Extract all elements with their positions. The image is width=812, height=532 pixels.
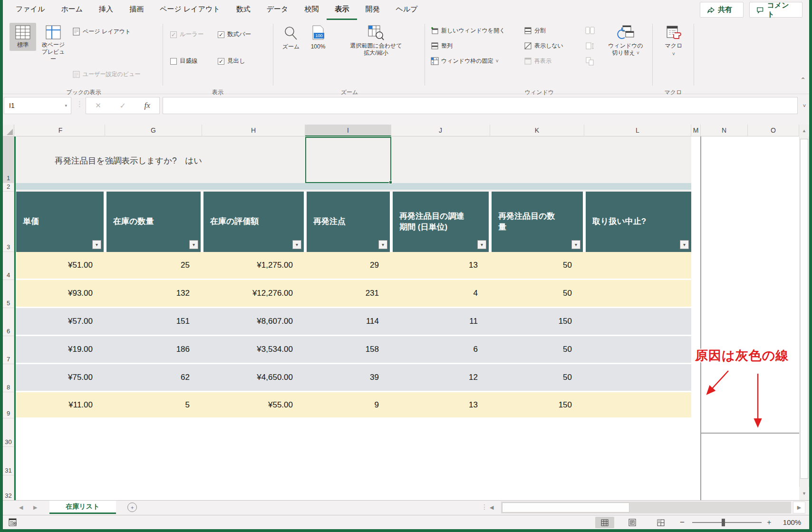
cell-F5[interactable]: ¥93.00 xyxy=(16,280,93,307)
cell-J9[interactable]: 13 xyxy=(391,392,478,417)
cell-K7[interactable]: 50 xyxy=(490,336,572,363)
filter-button-lead-time[interactable]: ▾ xyxy=(477,240,486,249)
column-header-J[interactable]: J xyxy=(391,125,490,136)
cell-G7[interactable]: 186 xyxy=(105,336,190,363)
cell-G6[interactable]: 151 xyxy=(105,308,190,335)
horizontal-scrollbar-thumb[interactable] xyxy=(502,503,629,513)
filter-button-reorder-level[interactable]: ▾ xyxy=(378,240,387,249)
column-header-L[interactable]: L xyxy=(584,125,691,136)
freeze-panes-button[interactable]: ウィンドウ枠の固定 ˅ xyxy=(431,57,499,65)
cell-K4[interactable]: 50 xyxy=(490,252,572,279)
table-header-inventory-value[interactable]: 在庫の評価額 xyxy=(203,192,304,252)
sheet-nav-right-icon[interactable]: ▶ xyxy=(33,504,37,511)
reset-window-position-icon[interactable] xyxy=(585,56,595,67)
hscroll-right-button[interactable]: ▶ xyxy=(793,502,805,513)
headings-checkbox[interactable]: ✓ 見出し xyxy=(218,57,245,65)
formula-bar-expand-icon[interactable]: ˅ xyxy=(800,100,809,111)
cell-I9[interactable]: 9 xyxy=(305,392,379,417)
page-break-preview-button[interactable]: 改ページ プレビュー xyxy=(38,23,68,65)
cell-F6[interactable]: ¥57.00 xyxy=(16,308,93,335)
fill-handle[interactable] xyxy=(389,181,392,184)
cell-G8[interactable]: 62 xyxy=(105,364,190,391)
cell-J6[interactable]: 11 xyxy=(391,308,478,335)
name-box[interactable]: I1 ▾ xyxy=(4,97,71,114)
scroll-up-button[interactable]: ▲ xyxy=(799,125,809,136)
tab-insert[interactable]: 挿入 xyxy=(91,0,121,20)
tab-view[interactable]: 表示 xyxy=(327,0,357,20)
sheet-tab-inventory-list[interactable]: 在庫リスト xyxy=(49,501,116,514)
filter-button-reorder-qty[interactable]: ▾ xyxy=(571,240,580,249)
zoom-button[interactable]: ズーム xyxy=(279,23,303,53)
column-header-F[interactable]: F xyxy=(16,125,105,136)
column-header-K[interactable]: K xyxy=(490,125,584,136)
row-header-1[interactable]: 1 xyxy=(3,136,14,183)
cell-K8[interactable]: 50 xyxy=(490,364,572,391)
tab-page-layout[interactable]: ページ レイアウト xyxy=(152,0,228,20)
tab-review[interactable]: 校閲 xyxy=(296,0,327,20)
cell-I4[interactable]: 29 xyxy=(305,252,379,279)
row-header-9[interactable]: 9 xyxy=(3,392,14,418)
cell-H7[interactable]: ¥3,534.00 xyxy=(202,336,293,363)
arrange-all-button[interactable]: 整列 xyxy=(431,42,453,50)
ruler-checkbox[interactable]: ✓ ルーラー xyxy=(170,30,204,39)
view-page-break-button[interactable] xyxy=(651,517,670,528)
cell-F9[interactable]: ¥11.00 xyxy=(16,392,93,417)
formula-input[interactable] xyxy=(163,97,798,114)
row-header-31[interactable]: 31 xyxy=(3,447,14,475)
cell-G5[interactable]: 132 xyxy=(105,280,190,307)
tab-draw[interactable]: 描画 xyxy=(121,0,152,20)
tab-data[interactable]: データ xyxy=(259,0,297,20)
column-header-I[interactable]: I xyxy=(305,125,391,136)
normal-view-button[interactable]: 標準 xyxy=(10,23,36,51)
cell-K5[interactable]: 50 xyxy=(490,280,572,307)
view-page-layout-button[interactable] xyxy=(623,517,642,528)
zoom-level-button[interactable]: 100% xyxy=(778,518,806,526)
tab-developer[interactable]: 開発 xyxy=(357,0,387,20)
cell-H9[interactable]: ¥55.00 xyxy=(202,392,293,417)
cell-I5[interactable]: 231 xyxy=(305,280,379,307)
cell-J4[interactable]: 13 xyxy=(391,252,478,279)
column-header-O[interactable]: O xyxy=(748,125,799,136)
synchronous-scrolling-icon[interactable] xyxy=(585,41,595,51)
row-header-4[interactable]: 4 xyxy=(3,252,14,280)
macro-record-icon[interactable] xyxy=(9,518,18,527)
table-header-reorder-level[interactable]: 再発注点 xyxy=(307,192,390,252)
view-side-by-side-icon[interactable] xyxy=(585,26,595,36)
cell-K6[interactable]: 150 xyxy=(490,308,572,335)
view-normal-button[interactable] xyxy=(595,517,614,528)
new-window-button[interactable]: 新しいウィンドウを開く xyxy=(431,27,505,35)
row-header-7[interactable]: 7 xyxy=(3,336,14,364)
tabbar-splitter[interactable]: ⋮ xyxy=(481,503,488,511)
cell-I6[interactable]: 114 xyxy=(305,308,379,335)
column-header-H[interactable]: H xyxy=(202,125,305,136)
cell-F4[interactable]: ¥51.00 xyxy=(16,252,93,279)
cell-G9[interactable]: 5 xyxy=(105,392,190,417)
cell-H4[interactable]: ¥1,275.00 xyxy=(202,252,293,279)
share-button[interactable]: 共有 xyxy=(700,2,744,18)
table-header-qty-in-stock[interactable]: 在庫の数量 xyxy=(106,192,201,252)
sheet-nav-left-icon[interactable]: ◀ xyxy=(19,504,23,511)
cell-G4[interactable]: 25 xyxy=(105,252,190,279)
cell-J8[interactable]: 12 xyxy=(391,364,478,391)
column-header-N[interactable]: N xyxy=(701,125,748,136)
table-header-lead-time[interactable]: 再発注品目の調達期間 (日単位) xyxy=(393,192,489,252)
cell-F8[interactable]: ¥75.00 xyxy=(16,364,93,391)
cell-H6[interactable]: ¥8,607.00 xyxy=(202,308,293,335)
cell-J5[interactable]: 4 xyxy=(391,280,478,307)
row-header-6[interactable]: 6 xyxy=(3,308,14,336)
column-header-M[interactable]: M xyxy=(691,125,701,136)
zoom-out-button[interactable]: − xyxy=(680,518,685,527)
zoom-slider-thumb[interactable] xyxy=(722,519,725,526)
insert-function-icon[interactable]: fx xyxy=(144,101,150,110)
hscroll-left-icon[interactable]: ◀ xyxy=(490,504,493,511)
enter-icon[interactable]: ✓ xyxy=(119,101,126,110)
tab-formulas[interactable]: 数式 xyxy=(228,0,259,20)
custom-views-button[interactable]: ユーザー設定のビュー xyxy=(72,70,140,78)
switch-windows-button[interactable]: ウィンドウの切り替え ˅ xyxy=(603,23,648,59)
cell-F7[interactable]: ¥19.00 xyxy=(16,336,93,363)
row-header-5[interactable]: 5 xyxy=(3,280,14,308)
table-header-unit-price[interactable]: 単価 xyxy=(16,192,104,252)
filter-button-unit-price[interactable]: ▾ xyxy=(92,240,101,249)
gray-vertical-line[interactable] xyxy=(700,136,701,500)
tab-home[interactable]: ホーム xyxy=(53,0,91,20)
